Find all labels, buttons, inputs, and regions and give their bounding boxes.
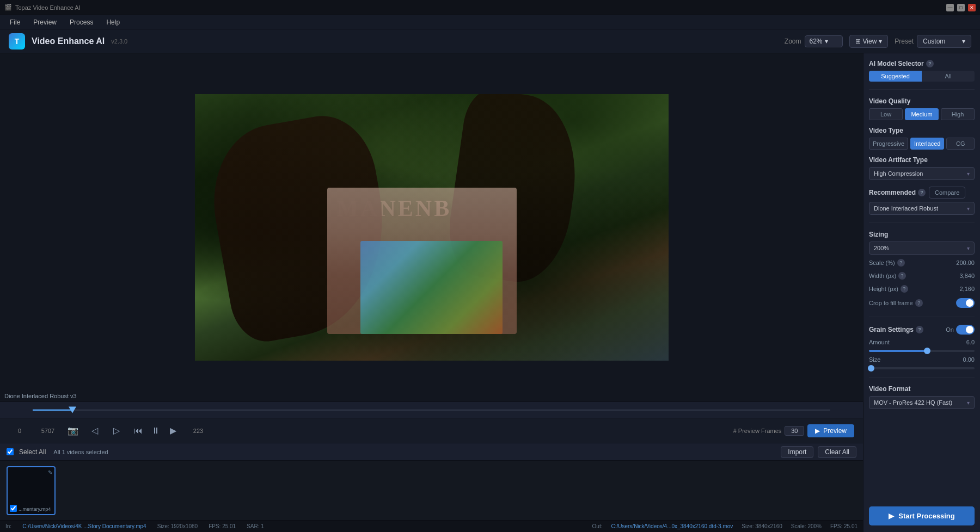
menu-help[interactable]: Help xyxy=(101,17,125,28)
start-processing-button[interactable]: ▶ Start Processing xyxy=(869,506,975,525)
crop-help-icon[interactable]: ? xyxy=(915,299,923,307)
import-button[interactable]: Import xyxy=(781,446,813,458)
app-logo: T xyxy=(9,33,25,50)
timeline-marker[interactable] xyxy=(69,407,76,413)
select-all-checkbox[interactable] xyxy=(7,448,14,455)
width-value: 3,840 xyxy=(959,273,975,279)
input-path[interactable]: C:/Users/Nick/Videos/4K ...Story Documen… xyxy=(22,523,146,529)
amount-label: Amount xyxy=(869,339,890,345)
select-all-label[interactable]: Select All xyxy=(19,448,46,456)
video-quality-section: Video Quality Low Medium High xyxy=(869,97,975,120)
tab-all[interactable]: All xyxy=(922,71,975,82)
format-chevron-icon: ▾ xyxy=(967,400,970,406)
prev-frame-button[interactable]: ⏮ xyxy=(131,423,146,438)
grain-toggle[interactable] xyxy=(956,325,975,335)
scale-help-icon[interactable]: ? xyxy=(897,259,905,267)
artifact-dropdown[interactable]: High Compression ▾ xyxy=(869,167,975,180)
type-cg[interactable]: CG xyxy=(946,138,975,150)
tab-suggested[interactable]: Suggested xyxy=(869,71,922,82)
header-right: Zoom 62% ▾ ⊞ View ▾ Preset Custom ▾ xyxy=(785,35,971,48)
preview-icon: ▶ xyxy=(815,427,820,435)
clear-all-button[interactable]: Clear All xyxy=(818,446,856,458)
type-interlaced[interactable]: Interlaced xyxy=(910,138,944,150)
preview-frames-input[interactable]: 30 xyxy=(785,426,804,436)
amount-row: Amount 6.0 xyxy=(869,338,975,347)
width-help-icon[interactable]: ? xyxy=(898,272,906,280)
title-bar: 🎬 Topaz Video Enhance AI — □ ✕ xyxy=(0,0,980,15)
sizing-dropdown[interactable]: 200% ▾ xyxy=(869,242,975,255)
thumbnail-checkbox[interactable] xyxy=(10,505,17,512)
scale-row: Scale (%) ? 200.00 xyxy=(869,258,975,268)
recommended-help-icon[interactable]: ? xyxy=(918,189,926,196)
status-out: Out: C:/Users/Nick/Videos/4...0x_3840x21… xyxy=(592,523,857,529)
height-value: 2,160 xyxy=(959,286,975,292)
output-path[interactable]: C:/Users/Nick/Videos/4...0x_3840x2160.dt… xyxy=(611,523,733,529)
crop-toggle[interactable] xyxy=(956,298,975,308)
filelist-actions: Import Clear All xyxy=(781,446,856,458)
main-layout: MANENB Dione Interlaced Robust v3 0 xyxy=(0,53,980,532)
menu-file[interactable]: File xyxy=(4,17,26,28)
video-container: MANENB Dione Interlaced Robust v3 xyxy=(0,53,863,401)
input-label: In: xyxy=(5,523,11,529)
zoom-chevron-icon: ▾ xyxy=(825,38,828,45)
size-slider-track[interactable] xyxy=(869,367,975,369)
mark-out-button[interactable]: ▷ xyxy=(109,423,124,438)
scale-value: 200.00 xyxy=(956,259,975,266)
size-slider-thumb[interactable] xyxy=(868,365,874,372)
quality-medium[interactable]: Medium xyxy=(905,108,939,120)
minimize-button[interactable]: — xyxy=(946,4,954,11)
video-type-buttons: Progressive Interlaced CG xyxy=(869,138,975,150)
transport-controls: ⏮ ⏸ ▶ xyxy=(131,423,181,438)
ai-model-help-icon[interactable]: ? xyxy=(926,60,934,67)
recommended-title: Recommended ? xyxy=(869,189,926,196)
quality-high[interactable]: High xyxy=(941,108,975,120)
menu-process[interactable]: Process xyxy=(64,17,99,28)
recommended-chevron-icon: ▾ xyxy=(967,206,970,212)
menu-preview[interactable]: Preview xyxy=(28,17,62,28)
window-controls[interactable]: — □ ✕ xyxy=(946,4,976,11)
maximize-button[interactable]: □ xyxy=(957,4,965,11)
input-sar: SAR: 1 xyxy=(247,523,264,529)
crop-row: Crop to fill frame ? xyxy=(869,297,975,309)
height-help-icon[interactable]: ? xyxy=(901,285,908,293)
frame-start: 0 xyxy=(9,428,30,434)
close-button[interactable]: ✕ xyxy=(968,4,976,11)
zoom-dropdown[interactable]: 62% ▾ xyxy=(805,35,843,47)
timeline[interactable] xyxy=(0,401,863,418)
mark-in-button[interactable]: ◁ xyxy=(87,423,102,438)
amount-slider-track[interactable] xyxy=(869,350,975,352)
artifact-chevron-icon: ▾ xyxy=(967,171,970,177)
title-bar-left: 🎬 Topaz Video Enhance AI xyxy=(4,4,81,11)
preview-button[interactable]: ▶ Preview xyxy=(807,424,854,437)
play-button[interactable]: ▶ xyxy=(166,423,181,438)
frame-end: 5707 xyxy=(37,428,59,434)
preset-area: Preset Custom ▾ xyxy=(895,35,971,48)
quality-low[interactable]: Low xyxy=(869,108,903,120)
recommended-dropdown[interactable]: Dione Interlaced Robust ▾ xyxy=(869,202,975,215)
recommended-section: Recommended ? Compare Dione Interlaced R… xyxy=(869,187,975,215)
type-progressive[interactable]: Progressive xyxy=(869,138,908,150)
sizing-title: Sizing xyxy=(869,231,975,238)
amount-slider-thumb[interactable] xyxy=(924,348,930,354)
format-dropdown[interactable]: MOV - ProRes 422 HQ (Fast) ▾ xyxy=(869,396,975,409)
sizing-section: Sizing 200% ▾ Scale (%) ? 200.00 Width (… xyxy=(869,231,975,309)
screenshot-button[interactable]: 📷 xyxy=(65,423,81,438)
video-preview: MANENB xyxy=(195,94,669,361)
timeline-track[interactable] xyxy=(33,409,830,411)
app-title: Video Enhance AI xyxy=(32,36,105,46)
pause-button[interactable]: ⏸ xyxy=(148,423,163,438)
output-size: Size: 3840x2160 xyxy=(742,523,782,529)
divider-3 xyxy=(869,317,975,317)
thumbnail-label: ...mentary.mp4 xyxy=(19,506,52,512)
preset-dropdown[interactable]: Custom ▾ xyxy=(917,35,971,48)
status-bar: In: C:/Users/Nick/Videos/4K ...Story Doc… xyxy=(0,520,863,532)
height-row: Height (px) ? 2,160 xyxy=(869,284,975,294)
thumbnail-item[interactable]: ...mentary.mp4 ✎ xyxy=(7,466,56,515)
artifact-title: Video Artifact Type xyxy=(869,156,975,164)
preview-frames-area: # Preview Frames 30 ▶ Preview xyxy=(733,424,854,437)
thumbnail-edit-icon[interactable]: ✎ xyxy=(48,469,52,475)
compare-button[interactable]: Compare xyxy=(929,187,965,199)
view-button[interactable]: ⊞ View ▾ xyxy=(849,35,889,48)
video-quality-title: Video Quality xyxy=(869,97,975,105)
grain-help-icon[interactable]: ? xyxy=(916,326,923,333)
